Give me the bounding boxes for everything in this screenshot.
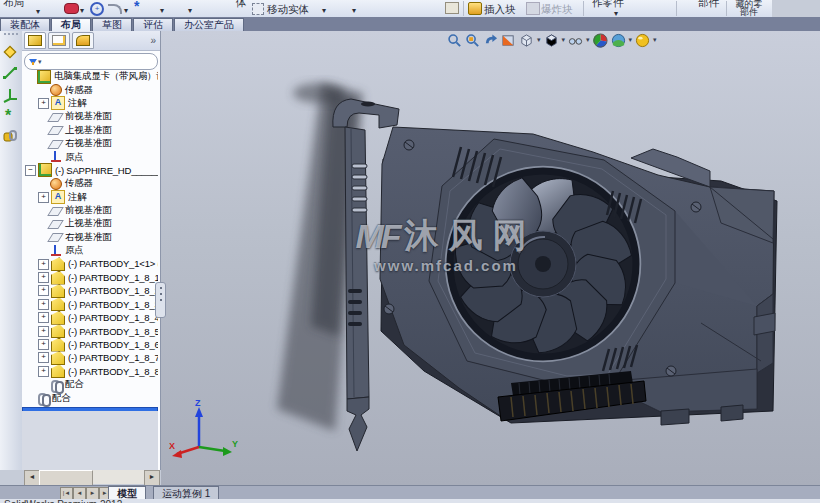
block-tool-icon[interactable] [64, 3, 79, 14]
line-icon[interactable] [1, 64, 19, 82]
gpu-model[interactable] [161, 31, 820, 485]
expand-toggle[interactable]: + [38, 312, 49, 323]
plane-icon[interactable] [1, 43, 19, 61]
expand-toggle[interactable]: + [38, 352, 49, 363]
tree-item[interactable]: +A注解 [22, 97, 158, 110]
tab-草图[interactable]: 草图 [92, 18, 132, 31]
expand-toggle[interactable]: + [38, 192, 49, 203]
tree-item[interactable]: +(-) PARTBODY_1_8_2<1> [22, 284, 158, 297]
insert-block-label[interactable]: 插入块 [484, 3, 516, 17]
tree-item[interactable]: +(-) PARTBODY_1_8_5<1> [22, 324, 158, 337]
tab-布局[interactable]: 布局 [51, 18, 91, 31]
axes-icon[interactable] [1, 85, 19, 103]
tree-item[interactable]: 前视基准面 [22, 204, 158, 217]
expand-toggle[interactable]: + [38, 326, 49, 337]
tree-filter-input[interactable]: ▾ [24, 53, 158, 70]
tree-item[interactable]: 原点 [22, 244, 158, 257]
point-icon[interactable]: * [1, 106, 19, 124]
scroll-right-icon[interactable]: ► [144, 470, 160, 486]
dropdown-arrow-icon[interactable]: ▾ [36, 7, 40, 16]
expand-toggle[interactable]: + [38, 259, 49, 270]
tree-item[interactable]: 原点 [22, 150, 158, 163]
expand-toggle[interactable]: + [38, 285, 49, 296]
tree-item[interactable]: +(-) PARTBODY_1<1> (默 [22, 257, 158, 270]
tree-item[interactable]: 传感器 [22, 83, 158, 96]
dropdown-arrow-icon[interactable]: ▾ [160, 6, 164, 15]
mate-icon[interactable] [1, 127, 19, 145]
tab-评估[interactable]: 评估 [133, 18, 173, 31]
featuremanager-tab[interactable] [24, 32, 46, 49]
configurationmanager-tab[interactable] [72, 32, 94, 49]
layout-tool-label[interactable]: 布局 [3, 0, 24, 10]
move-entities-icon[interactable] [252, 3, 264, 15]
expand-toggle[interactable]: + [38, 339, 49, 350]
dropdown-arrow-icon[interactable]: ▾ [586, 36, 590, 44]
hidden-components-label[interactable]: 藏的零 部件 [730, 0, 768, 16]
tree-item[interactable]: +(-) PARTBODY_1_8_4<1> [22, 311, 158, 324]
move-entities-label[interactable]: 移动实体 [267, 3, 309, 17]
chevron-down-icon[interactable]: ▾ [38, 58, 42, 66]
image-tool-icon[interactable] [445, 2, 459, 14]
expand-toggle[interactable]: + [38, 272, 49, 283]
tree-item[interactable]: 配合 [22, 391, 158, 404]
view-settings-icon[interactable] [634, 32, 651, 48]
part-icon [51, 351, 65, 365]
edit-appearance-icon[interactable] [592, 32, 609, 48]
tree-item[interactable]: 配合 [22, 378, 158, 391]
panel-overflow-chevron[interactable]: » [150, 35, 156, 46]
tree-item[interactable]: +(-) PARTBODY_1_8_6<1> [22, 338, 158, 351]
model-tab[interactable]: 模型 [108, 486, 146, 500]
zoom-area-icon[interactable] [464, 32, 481, 48]
tree-item[interactable]: 传感器 [22, 177, 158, 190]
dropdown-arrow-icon[interactable]: ▾ [124, 6, 128, 15]
svg-text:X: X [169, 441, 175, 451]
scroll-left-icon[interactable]: ◄ [24, 470, 40, 486]
tab-装配体[interactable]: 装配体 [0, 18, 50, 31]
dropdown-arrow-icon[interactable]: ▾ [562, 36, 566, 44]
previous-view-icon[interactable] [482, 32, 499, 48]
tree-item[interactable]: 上视基准面 [22, 124, 158, 137]
tree-item[interactable]: +(-) PARTBODY_1_8_3<1> [22, 298, 158, 311]
scrollbar-thumb[interactable] [39, 470, 93, 486]
dropdown-arrow-icon[interactable]: ▾ [629, 36, 633, 44]
tree-item[interactable]: −(-) SAPPHIRE_HD______7T [22, 164, 158, 177]
hide-show-items-icon[interactable] [567, 32, 584, 48]
dropdown-arrow-icon[interactable]: ▾ [352, 6, 356, 15]
make-part-label[interactable]: 作零件 [592, 0, 624, 10]
tree-item[interactable]: 右视基准面 [22, 231, 158, 244]
motion-study-tab[interactable]: 运动算例 1 [153, 486, 219, 500]
tree-item[interactable]: +(-) PARTBODY_1_8_7<1> [22, 351, 158, 364]
dropdown-arrow-icon[interactable]: ▾ [322, 6, 326, 15]
circle-tool-icon[interactable]: + [90, 2, 104, 16]
point-tool-icon[interactable]: * [134, 0, 139, 14]
panel-splitter-handle[interactable] [155, 282, 166, 318]
insert-block-icon[interactable] [468, 2, 482, 15]
expand-toggle[interactable]: − [25, 165, 36, 176]
arc-tool-icon[interactable] [108, 4, 122, 14]
tab-办公室产品[interactable]: 办公室产品 [174, 18, 244, 31]
tree-horizontal-scrollbar[interactable]: ◄ ► [24, 470, 160, 484]
expand-toggle[interactable]: + [38, 299, 49, 310]
tree-item[interactable]: 右视基准面 [22, 137, 158, 150]
section-view-icon[interactable] [500, 32, 517, 48]
dropdown-arrow-icon[interactable]: ▾ [188, 6, 192, 15]
tree-item[interactable]: +(-) PARTBODY_1_8_1<1> [22, 271, 158, 284]
dropdown-arrow-icon[interactable]: ▾ [537, 36, 541, 44]
dropdown-arrow-icon[interactable]: ▾ [80, 6, 84, 15]
view-orientation-icon[interactable] [518, 32, 535, 48]
tree-item[interactable]: +(-) PARTBODY_1_8_8<1> [22, 365, 158, 378]
toolbar-grip[interactable] [4, 33, 18, 40]
display-style-icon[interactable] [543, 32, 560, 48]
tree-item[interactable]: 前视基准面 [22, 110, 158, 123]
dropdown-arrow-icon[interactable]: ▾ [653, 36, 657, 44]
expand-toggle[interactable]: + [38, 98, 49, 109]
component-label[interactable]: 部件 [698, 0, 719, 10]
propertymanager-tab[interactable] [48, 32, 70, 49]
tree-item[interactable]: 电脑集成显卡（带风扇）设计模 [22, 70, 158, 83]
zoom-fit-icon[interactable] [446, 32, 463, 48]
graphics-viewport[interactable]: ▾▾▾▾▾ MF 沐风网 www.mfcad.com Z X Y [161, 31, 820, 485]
apply-scene-icon[interactable] [610, 32, 627, 48]
tree-item[interactable]: 上视基准面 [22, 217, 158, 230]
tree-item[interactable]: +A注解 [22, 191, 158, 204]
expand-toggle[interactable]: + [38, 366, 49, 377]
